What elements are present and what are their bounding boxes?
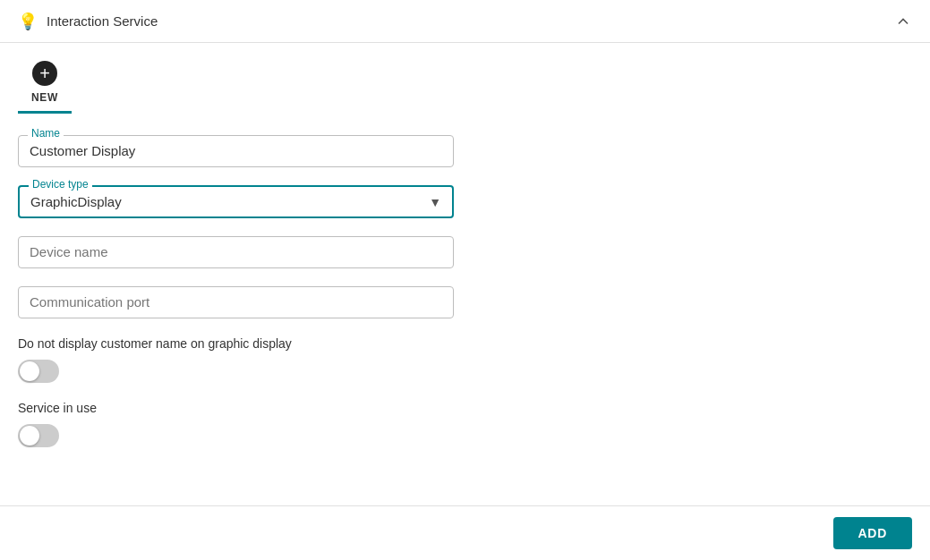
header-left: 💡 Interaction Service [18,12,158,31]
toggle2-switch[interactable] [18,424,59,447]
device-type-field-group: Device type GraphicDisplay ▼ [18,185,912,218]
toggle2-knob [20,426,39,445]
toggle1-label: Do not display customer name on graphic … [18,336,912,351]
communication-port-field-group [18,286,912,318]
name-input[interactable] [30,143,442,158]
tabs-bar: + NEW [18,61,912,114]
communication-port-input[interactable] [30,294,442,310]
main-content: + NEW Name Device type GraphicDisplay ▼ … [0,43,930,483]
device-type-select[interactable]: Device type GraphicDisplay ▼ [18,185,454,218]
footer: ADD [0,505,930,560]
add-tab-icon: + [32,61,57,86]
collapse-button[interactable] [894,13,912,30]
lightbulb-icon: 💡 [18,12,38,31]
name-label: Name [28,127,64,140]
device-name-input[interactable] [30,244,442,259]
toggle1-switch[interactable] [18,360,59,383]
dropdown-arrow-icon: ▼ [429,195,441,209]
toggle1-group: Do not display customer name on graphic … [18,336,912,383]
name-field-wrapper: Name [18,135,454,167]
tab-new-label: NEW [31,91,58,104]
device-type-value: GraphicDisplay [30,194,122,209]
device-type-label: Device type [29,178,92,191]
device-name-field-group [18,236,912,268]
communication-port-field-wrapper [18,286,454,318]
header-title: Interaction Service [47,13,158,29]
name-field-group: Name [18,135,912,167]
toggle2-label: Service in use [18,401,912,415]
tab-new[interactable]: + NEW [18,61,72,114]
add-button[interactable]: ADD [833,517,912,549]
toggle2-group: Service in use [18,401,912,447]
device-name-field-wrapper [18,236,454,268]
toggle1-knob [20,361,39,381]
header: 💡 Interaction Service [0,0,930,43]
